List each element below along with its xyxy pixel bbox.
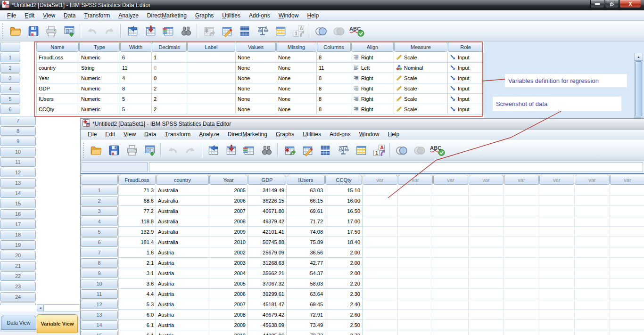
data-cell[interactable]: 2.00: [325, 268, 363, 278]
data-cell-var[interactable]: [469, 185, 504, 196]
row-header[interactable]: 5: [0, 94, 20, 104]
row-header[interactable]: 14: [0, 188, 36, 198]
var-cell-align[interactable]: Right: [351, 104, 394, 114]
data-cell-var[interactable]: [398, 278, 433, 289]
data-cell-var[interactable]: [504, 289, 539, 299]
row-header[interactable]: 20: [0, 251, 36, 260]
data-cell[interactable]: 2006: [209, 196, 248, 206]
row-header[interactable]: 2: [0, 63, 20, 73]
data-cell-var[interactable]: [433, 299, 469, 310]
col-header-label[interactable]: Label: [187, 42, 235, 52]
data-cell-var[interactable]: [610, 278, 644, 289]
data-cell[interactable]: 71.3: [118, 185, 156, 196]
data-cell-var[interactable]: [504, 247, 539, 258]
data-cell[interactable]: 16.50: [325, 206, 363, 216]
menu-file[interactable]: File: [83, 130, 101, 139]
data-cell-var[interactable]: [398, 268, 433, 278]
goto-case-icon[interactable]: [124, 22, 141, 40]
menu-add-ons[interactable]: Add-ons: [325, 130, 355, 139]
data-cell[interactable]: 34149.49: [248, 185, 287, 196]
var-cell-role[interactable]: Input: [448, 94, 484, 104]
var-cell-name[interactable]: GDP: [36, 83, 79, 94]
spell-check-icon[interactable]: ABC: [348, 22, 366, 40]
data-cell[interactable]: 77.2: [118, 206, 156, 216]
open-data-icon[interactable]: [87, 141, 105, 159]
var-cell-values[interactable]: None: [236, 73, 276, 83]
var-cell-measure[interactable]: Nominal: [394, 63, 448, 73]
row-header[interactable]: 21: [0, 261, 36, 270]
data-cell-var[interactable]: [469, 330, 504, 335]
data-cell-var[interactable]: [433, 320, 469, 330]
row-header[interactable]: 7: [81, 248, 118, 257]
var-cell-role[interactable]: Input: [448, 63, 484, 73]
row-header[interactable]: 8: [81, 258, 118, 268]
data-cell[interactable]: 2007: [209, 299, 248, 310]
menu-utilities[interactable]: Utilities: [298, 130, 325, 139]
redo-icon[interactable]: [182, 141, 199, 159]
var-cell-missing[interactable]: None: [276, 104, 317, 114]
var-cell-decimals[interactable]: 2: [152, 104, 187, 114]
data-cell-var[interactable]: [398, 196, 433, 206]
col-header-var-3[interactable]: var: [433, 175, 468, 185]
tab-data-view[interactable]: Data View: [1, 316, 36, 330]
data-cell[interactable]: 17.50: [325, 227, 363, 237]
data-cell-var[interactable]: [433, 206, 469, 216]
row-header[interactable]: 5: [81, 227, 118, 237]
var-cell-measure[interactable]: Scale: [394, 83, 448, 94]
minimize-button[interactable]: [590, 0, 604, 8]
data-cell[interactable]: Austria: [156, 258, 209, 268]
toolbar-handle[interactable]: [2, 23, 5, 39]
data-cell-var[interactable]: [610, 247, 644, 258]
data-cell-var[interactable]: [363, 320, 398, 330]
save-icon[interactable]: [25, 22, 42, 40]
data-cell-var[interactable]: [539, 278, 575, 289]
data-cell-var[interactable]: [575, 320, 610, 330]
col-header-var-1[interactable]: var: [363, 175, 397, 185]
row-header[interactable]: 6: [81, 237, 118, 247]
data-cell[interactable]: Austria: [156, 268, 209, 278]
data-cell-var[interactable]: [398, 206, 433, 216]
data-cell-var[interactable]: [504, 196, 539, 206]
var-cell-label[interactable]: [187, 94, 236, 104]
row-header[interactable]: 16: [0, 209, 36, 219]
data-cell-var[interactable]: [610, 299, 644, 310]
var-cell-width[interactable]: 6: [120, 52, 152, 63]
data-cell[interactable]: 3.6: [118, 278, 156, 289]
var-cell-values[interactable]: None: [236, 94, 276, 104]
data-cell-var[interactable]: [610, 320, 644, 330]
data-cell-var[interactable]: [469, 320, 504, 330]
corner-cell[interactable]: [0, 42, 20, 52]
var-cell-width[interactable]: 4: [120, 73, 152, 83]
data-cell-var[interactable]: [504, 258, 539, 268]
data-cell[interactable]: 2.70: [325, 330, 363, 335]
data-cell[interactable]: 63.64: [287, 289, 325, 299]
data-cell[interactable]: 45638.09: [248, 320, 287, 330]
menu-graphs[interactable]: Graphs: [272, 130, 298, 139]
var-cell-columns[interactable]: 8: [317, 83, 351, 94]
var-cell-label[interactable]: [187, 104, 236, 114]
data-cell-var[interactable]: [363, 268, 398, 278]
data-cell-var[interactable]: [504, 227, 539, 237]
data-cell-var[interactable]: [539, 258, 575, 268]
data-cell-var[interactable]: [363, 278, 398, 289]
data-cell-var[interactable]: [363, 216, 398, 227]
menu-edit[interactable]: Edit: [20, 10, 39, 20]
col-header-columns[interactable]: Columns: [317, 42, 351, 52]
row-header[interactable]: 13: [81, 310, 118, 319]
data-cell-var[interactable]: [469, 227, 504, 237]
data-cell-var[interactable]: [433, 196, 469, 206]
data-cell[interactable]: 42.77: [287, 258, 325, 268]
data-cell-var[interactable]: [469, 237, 504, 247]
data-cell[interactable]: 66.15: [287, 196, 325, 206]
menu-analyze[interactable]: Analyze: [114, 10, 143, 20]
goto-case-icon[interactable]: [204, 141, 222, 159]
data-cell[interactable]: 5.3: [118, 299, 156, 310]
variables-icon[interactable]: [240, 141, 258, 159]
menu-analyze[interactable]: Analyze: [195, 130, 223, 139]
insert-cases-icon[interactable]: [200, 22, 218, 40]
row-header[interactable]: 9: [81, 269, 118, 278]
menu-edit[interactable]: Edit: [101, 130, 119, 139]
select-cases-icon[interactable]: [272, 22, 289, 40]
var-cell-decimals[interactable]: 2: [152, 83, 187, 94]
data-cell[interactable]: 17.00: [325, 216, 363, 227]
